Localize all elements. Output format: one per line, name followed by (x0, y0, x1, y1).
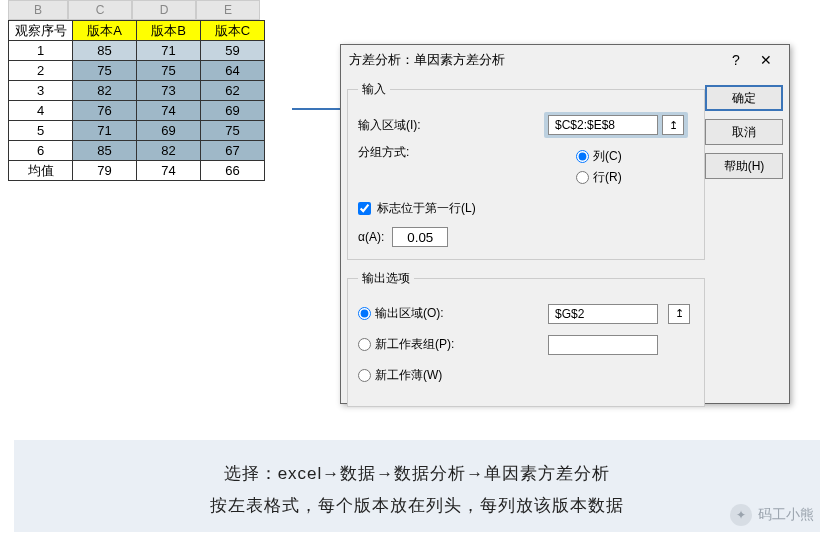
table-row: 6858267 (9, 141, 265, 161)
help-button[interactable]: 帮助(H) (705, 153, 783, 179)
group-row-label: 行(R) (593, 169, 622, 186)
hdr-c: 版本C (201, 21, 265, 41)
new-workbook-label: 新工作薄(W) (375, 367, 442, 384)
table-avg-row: 均值797466 (9, 161, 265, 181)
table-row: 2757564 (9, 61, 265, 81)
ok-button[interactable]: 确定 (705, 85, 783, 111)
range-picker-icon[interactable]: ↥ (662, 115, 684, 135)
table-header-row: 观察序号 版本A 版本B 版本C (9, 21, 265, 41)
group-row-radio[interactable] (576, 171, 589, 184)
table-row: 3827362 (9, 81, 265, 101)
output-range-field[interactable] (548, 304, 658, 324)
caption-line2: 按左表格式，每个版本放在列头，每列放该版本数据 (14, 490, 820, 522)
first-row-labels-checkbox[interactable] (358, 202, 371, 215)
input-range-label: 输入区域(I): (358, 117, 478, 134)
output-range-label: 输出区域(O): (375, 305, 444, 322)
alpha-field[interactable] (392, 227, 448, 247)
help-icon[interactable]: ? (721, 52, 751, 68)
anova-dialog: 方差分析：单因素方差分析 ? ✕ 输入 输入区域(I): ↥ 分组方式: 列(C… (340, 44, 790, 404)
data-table[interactable]: 观察序号 版本A 版本B 版本C 1857159 2757564 3827362… (8, 20, 265, 181)
dialog-title: 方差分析：单因素方差分析 (349, 51, 721, 69)
col-C[interactable]: C (68, 0, 132, 20)
new-sheet-field[interactable] (548, 335, 658, 355)
col-E[interactable]: E (196, 0, 260, 20)
wechat-icon: ✦ (730, 504, 752, 526)
watermark-text: 码工小熊 (758, 506, 814, 524)
input-range-highlight: ↥ (544, 112, 688, 138)
close-icon[interactable]: ✕ (751, 52, 781, 68)
hdr-b: 版本B (137, 21, 201, 41)
input-legend: 输入 (358, 81, 390, 98)
output-range-picker-icon[interactable]: ↥ (668, 304, 690, 324)
dialog-titlebar: 方差分析：单因素方差分析 ? ✕ (341, 45, 789, 75)
table-row: 4767469 (9, 101, 265, 121)
instruction-caption: 选择：excel→数据→数据分析→单因素方差分析 按左表格式，每个版本放在列头，… (14, 440, 820, 532)
col-D[interactable]: D (132, 0, 196, 20)
group-col-label: 列(C) (593, 148, 622, 165)
new-workbook-radio[interactable] (358, 369, 371, 382)
column-headers: B C D E (8, 0, 260, 20)
output-fieldset: 输出选项 输出区域(O): ↥ 新工作表组(P): 新工作薄(W) (347, 270, 705, 407)
output-legend: 输出选项 (358, 270, 414, 287)
new-sheet-label: 新工作表组(P): (375, 336, 454, 353)
group-by-label: 分组方式: (358, 144, 478, 190)
input-fieldset: 输入 输入区域(I): ↥ 分组方式: 列(C) 行(R) (347, 81, 705, 260)
first-row-labels-label: 标志位于第一行(L) (377, 200, 476, 217)
watermark: ✦ 码工小熊 (730, 504, 814, 526)
table-row: 5716975 (9, 121, 265, 141)
output-range-radio[interactable] (358, 307, 371, 320)
table-row: 1857159 (9, 41, 265, 61)
hdr-a: 版本A (73, 21, 137, 41)
caption-line1: 选择：excel→数据→数据分析→单因素方差分析 (14, 458, 820, 490)
alpha-label: α(A): (358, 230, 384, 244)
hdr-label: 观察序号 (9, 21, 73, 41)
input-range-field[interactable] (548, 115, 658, 135)
cancel-button[interactable]: 取消 (705, 119, 783, 145)
group-col-radio[interactable] (576, 150, 589, 163)
new-sheet-radio[interactable] (358, 338, 371, 351)
col-B[interactable]: B (8, 0, 68, 20)
spreadsheet: B C D E 观察序号 版本A 版本B 版本C 1857159 2757564… (0, 0, 340, 181)
